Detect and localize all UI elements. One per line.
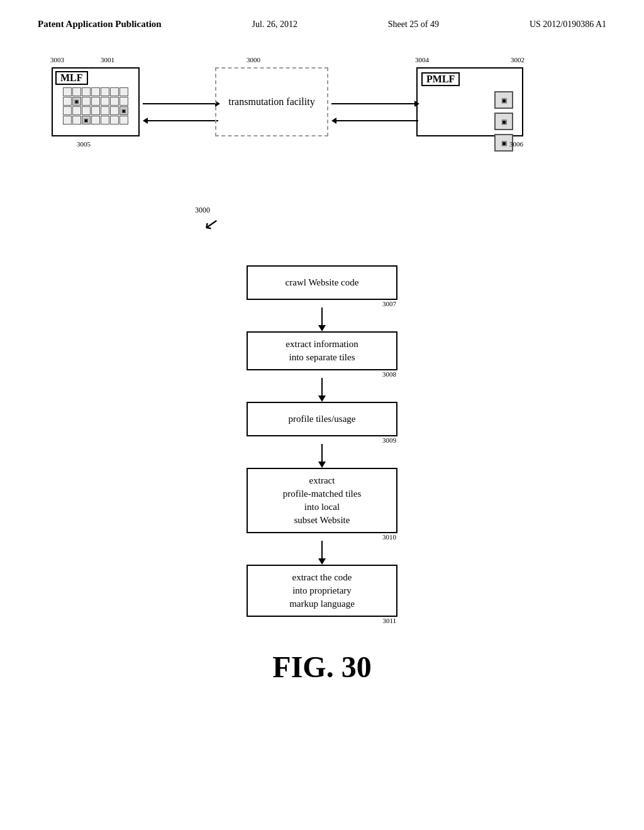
grid-cell-icon: ▣ bbox=[119, 106, 128, 115]
grid-cell bbox=[119, 87, 128, 96]
flow-arrow-down-3 bbox=[318, 462, 326, 468]
step-id-3009: 3009 bbox=[382, 436, 397, 444]
label-3000-transm: 3000 bbox=[247, 56, 260, 64]
grid-cell bbox=[101, 97, 109, 106]
transm-container: 3000 transmutation facility bbox=[215, 67, 328, 136]
flow-box-1: crawl Website code bbox=[247, 265, 397, 300]
flow-line-2 bbox=[321, 378, 323, 396]
transm-label: transmutation facility bbox=[228, 96, 314, 109]
pmlf-icon-2: ▣ bbox=[494, 113, 513, 130]
grid-cell-icon: ▣ bbox=[72, 97, 81, 106]
flow-line-4 bbox=[321, 541, 323, 558]
patent-number: US 2012/0190386 A1 bbox=[530, 19, 606, 30]
connector-4 bbox=[318, 541, 326, 565]
flow-label-area: 3000 ↙ bbox=[52, 206, 592, 240]
grid-cell bbox=[82, 97, 91, 106]
arrow-transm-to-pmlf bbox=[331, 101, 419, 107]
step2-text: extract informationinto separate tiles bbox=[286, 338, 358, 364]
arrow-transm-to-mlf bbox=[143, 118, 218, 124]
flow-box-3: profile tiles/usage bbox=[247, 402, 397, 436]
mlf-container: 3003 3001 MLF ▣ bbox=[52, 67, 140, 136]
pmlf-icon-1: ▣ bbox=[494, 91, 513, 109]
arrow-line-return bbox=[148, 120, 218, 121]
pmlf-container: 3004 3002 PMLF ▣ ▣ ▣ 3006 bbox=[416, 67, 523, 136]
grid-cell bbox=[91, 97, 100, 106]
label-3002: 3002 bbox=[511, 56, 525, 64]
figure-label: FIG. 30 bbox=[52, 650, 592, 684]
flow-line-3 bbox=[321, 444, 323, 462]
diagram-area: 3003 3001 MLF ▣ bbox=[0, 36, 644, 697]
flow-arrow-down-2 bbox=[318, 396, 326, 402]
transm-box: transmutation facility bbox=[215, 67, 328, 136]
curved-arrow-icon: ↙ bbox=[202, 212, 219, 235]
grid-cell bbox=[91, 106, 100, 115]
step4-text: extractprofile-matched tilesinto localsu… bbox=[283, 474, 362, 527]
label-3001: 3001 bbox=[101, 56, 114, 64]
grid-cell bbox=[72, 87, 81, 96]
grid-cell bbox=[63, 106, 72, 115]
step-id-3011: 3011 bbox=[382, 617, 397, 624]
grid-cell bbox=[82, 87, 91, 96]
grid-cell bbox=[63, 116, 72, 124]
connector-1 bbox=[318, 307, 326, 331]
grid-cell bbox=[110, 116, 119, 124]
grid-cell bbox=[101, 87, 109, 96]
sheet-info: Sheet 25 of 49 bbox=[388, 19, 439, 30]
arrow-pmlf-to-transm bbox=[331, 118, 418, 124]
step-id-3010: 3010 bbox=[382, 533, 397, 541]
pmlf-title: PMLF bbox=[421, 72, 460, 86]
grid-cell bbox=[119, 97, 128, 106]
grid-cell bbox=[72, 116, 81, 124]
mlf-box: MLF ▣ bbox=[52, 67, 140, 136]
mlf-grid: ▣ ▣ ▣ bbox=[63, 87, 128, 124]
connector-2 bbox=[318, 378, 326, 402]
publication-date: Jul. 26, 2012 bbox=[252, 19, 297, 30]
grid-cell bbox=[110, 106, 119, 115]
top-diagram: 3003 3001 MLF ▣ bbox=[52, 61, 592, 174]
arrow-mlf-to-transm bbox=[143, 101, 220, 107]
grid-cell bbox=[72, 106, 81, 115]
arrow-line bbox=[143, 103, 215, 104]
arrow-line-return-2 bbox=[336, 120, 418, 121]
grid-cell-icon: ▣ bbox=[82, 116, 91, 124]
flow-line bbox=[321, 307, 323, 325]
grid-cell bbox=[101, 116, 109, 124]
step-id-3007: 3007 bbox=[382, 300, 397, 307]
flow-box-5: extract the codeinto proprietarymarkup l… bbox=[247, 565, 397, 617]
flow-arrow-down-4 bbox=[318, 558, 326, 565]
pmlf-icons: ▣ ▣ ▣ bbox=[421, 91, 518, 152]
arrowhead-left-2 bbox=[331, 118, 336, 124]
flow-boxes: crawl Website code 3007 extract informat… bbox=[52, 265, 592, 624]
connector-3 bbox=[318, 444, 326, 468]
label-3005: 3005 bbox=[77, 140, 91, 148]
flow-box-4: extractprofile-matched tilesinto localsu… bbox=[247, 468, 397, 533]
grid-cell bbox=[110, 87, 119, 96]
grid-cell bbox=[110, 97, 119, 106]
page-header: Patent Application Publication Jul. 26, … bbox=[0, 0, 644, 36]
arrow-line-2 bbox=[331, 103, 414, 104]
publication-title: Patent Application Publication bbox=[38, 19, 162, 30]
grid-cell bbox=[91, 116, 100, 124]
grid-cell bbox=[91, 87, 100, 96]
grid-cell bbox=[119, 116, 128, 124]
flow-box-2: extract informationinto separate tiles bbox=[247, 331, 397, 370]
flow-arrow-down bbox=[318, 325, 326, 331]
grid-cell bbox=[63, 87, 72, 96]
grid-cell bbox=[63, 97, 72, 106]
grid-cell bbox=[101, 106, 109, 115]
grid-cell bbox=[82, 106, 91, 115]
step-id-3008: 3008 bbox=[382, 370, 397, 378]
label-3004: 3004 bbox=[415, 56, 429, 64]
pmlf-box: PMLF ▣ ▣ ▣ bbox=[416, 67, 523, 136]
arrowhead-left bbox=[143, 118, 148, 124]
mlf-title: MLF bbox=[55, 71, 88, 85]
flowchart-section: 3000 ↙ crawl Website code 3007 extract i… bbox=[52, 206, 592, 684]
step5-text: extract the codeinto proprietarymarkup l… bbox=[289, 571, 355, 611]
label-3006: 3006 bbox=[509, 140, 523, 148]
label-3003: 3003 bbox=[50, 56, 64, 64]
